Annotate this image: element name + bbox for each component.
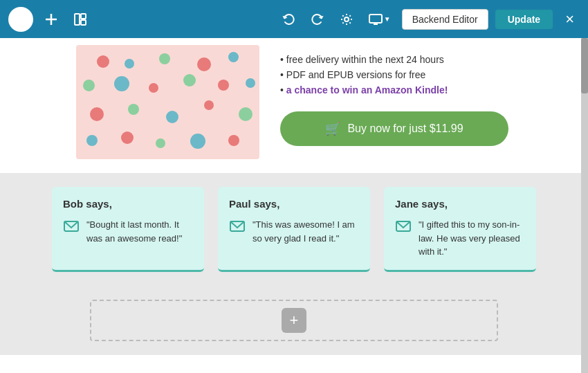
testimonial-body-1: "Bought it last month. It was an awesome…: [63, 218, 193, 245]
bullet-1: free delivery within the next 24 hours: [280, 52, 574, 67]
settings-button[interactable]: [336, 8, 358, 30]
product-info: free delivery within the next 24 hours P…: [280, 45, 574, 146]
bullet-3: a chance to win an Amazon Kindle!: [280, 82, 574, 98]
close-button[interactable]: ×: [560, 8, 580, 31]
svg-point-2: [24, 19, 29, 25]
svg-rect-5: [75, 14, 80, 25]
add-block-button[interactable]: +: [282, 308, 306, 333]
envelope-icon-2: [229, 219, 246, 237]
add-button[interactable]: [40, 8, 62, 30]
testimonial-body-3: "I gifted this to my son-in-law. He was …: [395, 218, 525, 259]
testimonial-body-2: "This was awesome! I am so very glad I r…: [229, 218, 359, 245]
bullet-2: PDF and EPUB versions for free: [280, 67, 574, 82]
redo-button[interactable]: [306, 8, 329, 30]
scrollbar-track[interactable]: [581, 38, 588, 373]
display-button[interactable]: ▼: [365, 10, 395, 29]
scrollbar-thumb[interactable]: [581, 38, 588, 93]
undo-button[interactable]: [277, 8, 300, 30]
svg-point-0: [12, 17, 18, 22]
add-block-wrapper: +: [0, 293, 588, 355]
svg-rect-6: [81, 14, 86, 19]
testimonial-name-1: Bob says,: [63, 198, 193, 210]
testimonial-name-2: Paul says,: [229, 198, 359, 210]
backend-editor-button[interactable]: Backend Editor: [402, 9, 488, 30]
product-section: free delivery within the next 24 hours P…: [0, 38, 588, 173]
envelope-icon-3: [395, 219, 412, 237]
testimonial-name-3: Jane says,: [395, 198, 525, 210]
add-block-section: +: [90, 300, 498, 341]
product-bullets: free delivery within the next 24 hours P…: [280, 52, 574, 98]
update-button[interactable]: Update: [495, 10, 553, 29]
testimonial-text-1: "Bought it last month. It was an awesome…: [86, 218, 193, 245]
svg-point-8: [344, 17, 349, 21]
product-image: [76, 45, 259, 159]
testimonial-text-3: "I gifted this to my son-in-law. He was …: [419, 218, 525, 259]
main-content: free delivery within the next 24 hours P…: [0, 38, 588, 373]
buy-button-label: Buy now for just $11.99: [347, 122, 463, 135]
envelope-icon-1: [63, 219, 80, 237]
svg-point-1: [19, 14, 25, 19]
toolbar: ▼ Backend Editor Update ×: [0, 0, 588, 38]
buy-button[interactable]: 🛒 Buy now for just $11.99: [280, 111, 508, 146]
testimonial-text-2: "This was awesome! I am so very glad I r…: [252, 218, 359, 245]
svg-rect-9: [369, 15, 382, 23]
logo: [8, 7, 33, 32]
testimonial-card-2: Paul says, "This was awesome! I am so ve…: [218, 187, 370, 272]
svg-rect-7: [81, 20, 86, 25]
testimonials-section: Bob says, "Bought it last month. It was …: [0, 173, 588, 293]
testimonial-card-3: Jane says, "I gifted this to my son-in-l…: [384, 187, 536, 272]
cart-icon: 🛒: [325, 121, 340, 136]
testimonial-card-1: Bob says, "Bought it last month. It was …: [52, 187, 204, 272]
display-caret: ▼: [384, 15, 391, 23]
layout-button[interactable]: [69, 8, 91, 30]
